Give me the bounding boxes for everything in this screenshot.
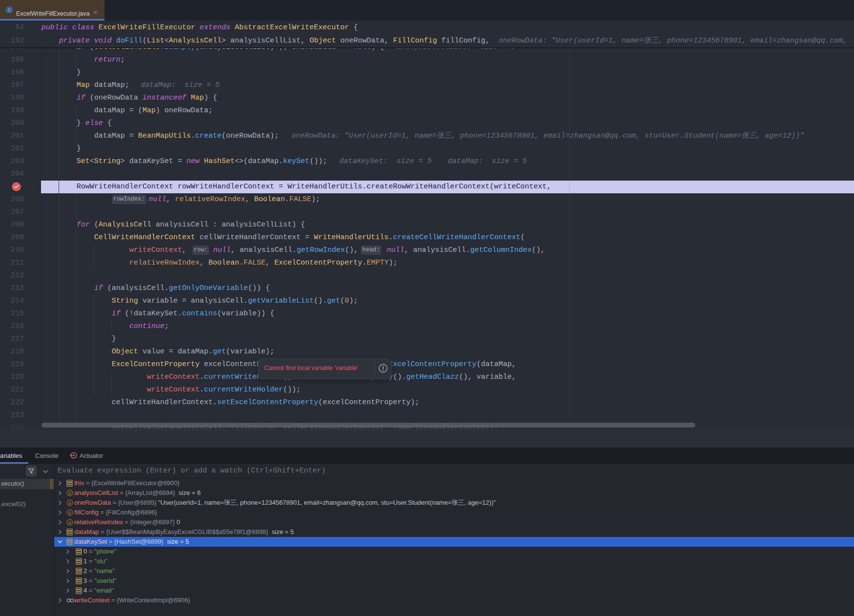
svg-text:p: p: [69, 491, 71, 495]
svg-text:p: p: [69, 500, 71, 505]
svg-text:p: p: [69, 510, 71, 515]
svg-text:p: p: [69, 520, 71, 525]
svg-text:C: C: [8, 7, 11, 12]
